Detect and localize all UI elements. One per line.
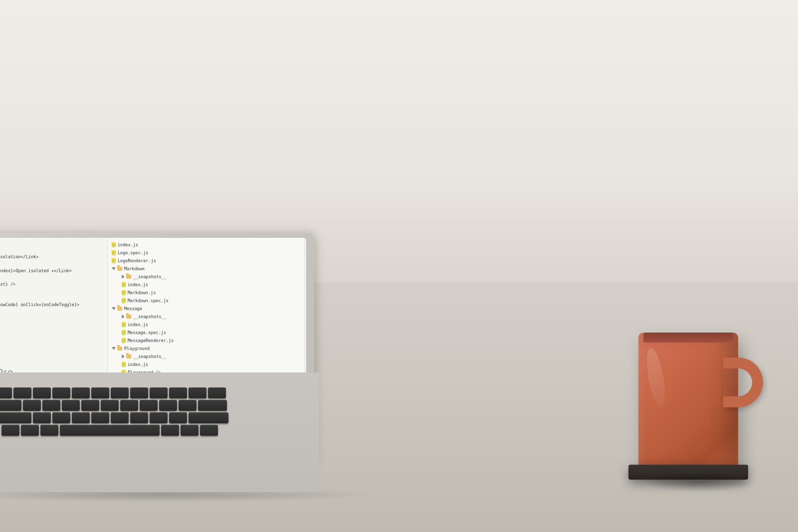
code-line: ame + '/' + index}>Open isolated +</Link… — [0, 267, 103, 274]
keyboard — [0, 372, 319, 492]
tree-file-playground-index[interactable]: index.js — [108, 360, 306, 368]
keyboard-key[interactable] — [52, 412, 70, 423]
folder-icon — [126, 355, 131, 358]
keyboard-key[interactable] — [0, 400, 21, 411]
keyboard-key[interactable] — [208, 387, 226, 398]
keyboard-key[interactable] — [72, 412, 90, 423]
keyboard-key[interactable] — [13, 387, 31, 398]
keyboard-key[interactable] — [181, 425, 199, 436]
folder-icon — [117, 267, 122, 271]
js-file-icon — [112, 258, 116, 263]
code-line: ame}=> Exit Isolation</Link> — [0, 254, 103, 261]
keyboard-row-4 — [0, 425, 289, 436]
expand-icon — [112, 307, 116, 310]
code-line — [0, 247, 103, 254]
tree-folder-message[interactable]: Message — [108, 305, 306, 313]
keyboard-key[interactable] — [111, 412, 129, 423]
tree-file-message-index[interactable]: index.js — [108, 321, 306, 329]
code-line: onChange} /> — [0, 295, 103, 302]
code-line — [0, 288, 103, 295]
keyboard-key[interactable] — [1, 425, 19, 436]
keyboard-key[interactable] — [179, 400, 197, 411]
keyboard-key[interactable] — [189, 387, 206, 398]
laptop: Link>} ame}=> Exit Isolation</Link> ame … — [0, 233, 349, 492]
tree-file-message-spec[interactable]: Message.spec.js — [108, 329, 306, 337]
folder-icon — [117, 307, 122, 311]
keyboard-key[interactable] — [169, 387, 187, 398]
keyboard-key[interactable] — [150, 387, 168, 398]
collapse-icon — [122, 315, 125, 319]
collapse-icon — [122, 275, 125, 279]
keyboard-key[interactable] — [52, 387, 70, 398]
keyboard-key[interactable] — [33, 387, 51, 398]
keyboard-key[interactable] — [40, 425, 58, 436]
keyboard-key[interactable] — [169, 412, 187, 423]
tree-folder-playground[interactable]: Playground — [108, 345, 306, 353]
keyboard-key[interactable] — [159, 400, 177, 411]
code-line — [0, 274, 103, 281]
js-file-icon — [122, 338, 126, 343]
expand-icon — [112, 347, 116, 350]
js-file-icon — [112, 250, 116, 255]
expand-icon — [112, 267, 116, 270]
keyboard-key[interactable] — [150, 412, 168, 423]
keyboard-key[interactable] — [91, 412, 109, 423]
tree-file-logo-spec[interactable]: Logo.spec.js — [108, 249, 306, 257]
keyboard-key[interactable] — [21, 425, 39, 436]
keyboard-key[interactable] — [23, 400, 41, 411]
tree-folder-markdown-snapshots[interactable]: __snapshots__ — [108, 273, 306, 281]
keyboard-row-1 — [0, 387, 289, 398]
keyboard-key[interactable] — [161, 425, 179, 436]
mug-highlight — [643, 347, 668, 408]
keyboard-key[interactable] — [62, 400, 80, 411]
keyboard-key[interactable] — [72, 387, 90, 398]
js-file-icon — [122, 282, 126, 287]
keyboard-key[interactable] — [198, 400, 227, 411]
keyboard-key[interactable] — [33, 412, 51, 423]
tree-file-indexjs[interactable]: index.js — [108, 241, 306, 249]
tree-file-markdown-spec[interactable]: Markdown.spec.js — [108, 297, 306, 305]
keyboard-key[interactable] — [111, 387, 129, 398]
keyboard-key[interactable] — [189, 412, 228, 423]
keyboard-row-3 — [0, 412, 289, 423]
code-line: e={classes.showCode} onClick={onCodeTogg… — [0, 302, 103, 309]
keyboard-key[interactable] — [81, 400, 99, 411]
keyboard-spacebar[interactable] — [60, 425, 160, 436]
keyboard-key[interactable] — [42, 400, 60, 411]
keyboard-key[interactable] — [0, 412, 31, 423]
keyboard-key[interactable] — [101, 400, 119, 411]
keyboard-key[interactable] — [130, 387, 148, 398]
keyboard-key[interactable] — [120, 400, 138, 411]
code-content: Link>} ame}=> Exit Isolation</Link> ame … — [0, 238, 107, 311]
coffee-mug-area — [638, 333, 738, 472]
code-line — [0, 260, 103, 267]
collapse-icon — [122, 355, 125, 358]
keyboard-keys — [0, 387, 289, 477]
keyboard-key[interactable] — [91, 387, 109, 398]
tree-folder-playground-snapshots[interactable]: __snapshots__ — [108, 353, 306, 360]
tree-file-message-renderer[interactable]: MessageRenderer.js — [108, 337, 306, 345]
keyboard-key[interactable] — [0, 387, 12, 398]
keyboard-key[interactable] — [140, 400, 158, 411]
tree-file-markdown-js[interactable]: Markdown.js — [108, 289, 306, 297]
keyboard-key[interactable] — [130, 412, 148, 423]
code-line: >{evalInContext} /> — [0, 281, 103, 288]
keyboard-key[interactable] — [200, 425, 218, 436]
tree-folder-markdown[interactable]: Markdown — [108, 265, 306, 273]
code-line: Link>} — [0, 240, 103, 247]
tree-file-markdown-index[interactable]: index.js — [108, 281, 306, 289]
folder-icon — [126, 315, 131, 319]
mug-interior — [643, 333, 733, 343]
js-file-icon — [122, 322, 126, 327]
js-file-icon — [122, 362, 126, 367]
js-file-icon — [112, 242, 116, 247]
coffee-mug — [638, 333, 738, 472]
folder-icon — [117, 347, 122, 351]
js-file-icon — [122, 330, 126, 335]
mug-shadow — [643, 472, 753, 492]
tree-file-logo-renderer[interactable]: LogoRenderer.js — [108, 257, 306, 265]
js-file-icon — [122, 290, 126, 295]
tree-folder-message-snapshots[interactable]: __snapshots__ — [108, 313, 306, 321]
js-file-icon — [122, 298, 126, 303]
keyboard-row-2 — [0, 400, 289, 411]
